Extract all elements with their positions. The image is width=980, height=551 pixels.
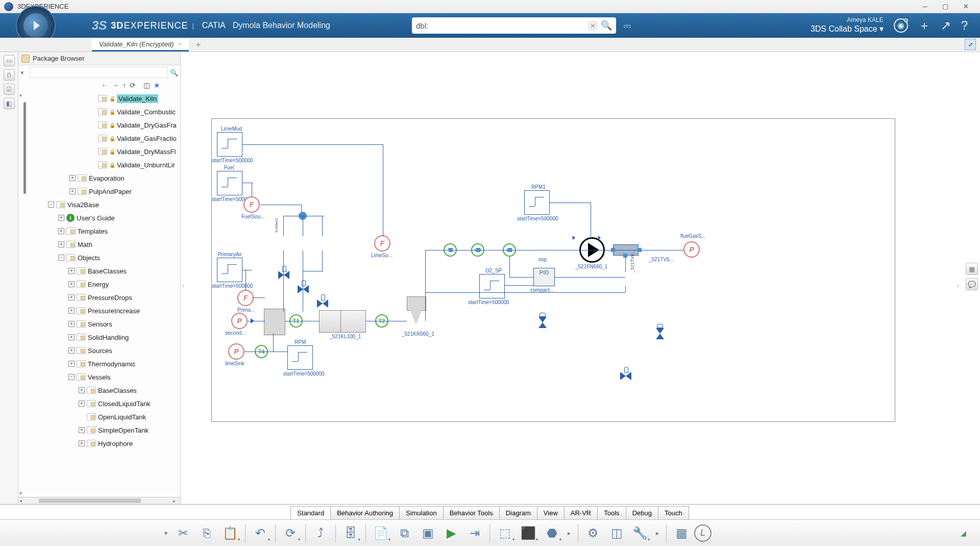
expander-icon[interactable]: + — [58, 228, 64, 234]
tree-item[interactable]: +SimpleOpenTank — [18, 423, 180, 437]
right-icon-2[interactable]: 💬 — [966, 278, 978, 290]
layer-button[interactable]: L — [694, 524, 712, 542]
nav-view-icon[interactable]: ◫ — [142, 81, 151, 89]
valve-esp[interactable] — [536, 317, 551, 328]
expander-icon[interactable]: + — [68, 268, 75, 274]
tool-b-button[interactable]: ◫ — [606, 522, 627, 544]
tree-scrollbar[interactable] — [23, 102, 26, 194]
expander-icon[interactable]: + — [58, 215, 64, 221]
add-icon[interactable]: ＋ — [918, 17, 930, 34]
tree-item[interactable]: +Hydrophore — [18, 437, 180, 450]
copy-button[interactable]: ⎘ — [196, 522, 217, 544]
tree-item[interactable]: +PressureIncrease — [18, 304, 180, 317]
step-rpm[interactable] — [287, 345, 313, 370]
database-button[interactable]: 🗄▾ — [340, 522, 361, 544]
tree-item[interactable]: +PressureDrops — [18, 291, 180, 304]
kiln-block2[interactable] — [340, 310, 366, 333]
step-o2sp[interactable] — [479, 274, 505, 298]
canvas[interactable]: ‹ › ▦ 💬 LimeMud startTime=500000 Fuel st… — [181, 52, 980, 504]
nav-back-icon[interactable]: ← — [100, 81, 109, 89]
source-primair[interactable]: F — [237, 290, 254, 306]
sink-fluegas[interactable]: P — [683, 241, 700, 258]
expander-icon[interactable]: + — [68, 347, 75, 354]
tree-item[interactable]: 🔒Validate_Kiln — [18, 92, 180, 105]
search-input[interactable] — [416, 21, 588, 30]
sidebar-collapse-icon[interactable]: ‹ — [173, 47, 180, 54]
toolbar-expand[interactable]: ◢ — [952, 522, 974, 544]
expander-icon[interactable]: + — [79, 427, 85, 433]
play-arrow[interactable]: ▸ — [565, 522, 574, 544]
component-button[interactable]: ⬛▾ — [518, 522, 539, 544]
search-box[interactable]: ⨯ 🔍 — [412, 17, 616, 34]
canvas-panel-right[interactable]: › — [954, 278, 962, 293]
simulate-button[interactable]: ⬣▾ — [541, 522, 562, 544]
tree-scroll-up[interactable]: ▴ — [19, 92, 26, 97]
assembly-button[interactable]: ⬚▾ — [494, 522, 516, 544]
tree-item[interactable]: +Math — [18, 238, 180, 251]
tree-item[interactable]: +Evaporation — [18, 171, 180, 185]
bottom-tab[interactable]: Debug — [626, 506, 658, 519]
bottom-tab[interactable]: Behavior Authoring — [330, 506, 400, 519]
step-limemud[interactable] — [217, 132, 242, 157]
duplicate-button[interactable]: ⧉ — [394, 522, 415, 544]
search-icon[interactable]: 🔍 — [601, 20, 612, 31]
cyclone-block[interactable] — [407, 296, 425, 326]
valve-tv6[interactable] — [654, 328, 668, 339]
tab-add-button[interactable]: + — [196, 40, 201, 52]
gutter-icon-4[interactable]: ◧ — [4, 98, 15, 109]
expander-icon[interactable]: + — [69, 188, 76, 194]
run-button[interactable]: ▶ — [440, 522, 462, 544]
expander-icon[interactable]: − — [48, 202, 54, 208]
sidebar-search-icon[interactable]: 🔍 — [170, 69, 178, 77]
sidebar-search-input[interactable] — [30, 67, 168, 78]
profile-icon[interactable] — [894, 18, 908, 33]
expander-icon[interactable]: + — [68, 308, 75, 314]
tree-item[interactable]: +PulpAndPaper — [18, 185, 180, 198]
play-arrow-2[interactable]: ▸ — [653, 522, 662, 544]
package-tree[interactable]: ▴ ▾ 🔒Validate_Kiln🔒Validate_Combustic🔒Va… — [18, 91, 180, 497]
expander-icon[interactable]: + — [68, 321, 75, 327]
pid-block[interactable]: PID — [533, 268, 555, 286]
step-primair[interactable] — [217, 258, 242, 282]
refresh-button[interactable]: ⟳▾ — [280, 522, 301, 544]
tree-item[interactable]: +Sensors — [18, 317, 180, 331]
tree-item[interactable]: +BaseClasses — [18, 264, 180, 278]
paste-button[interactable]: 📋▾ — [219, 522, 241, 544]
tree-item[interactable]: −Vessels — [18, 370, 180, 384]
bottom-tab[interactable]: Touch — [658, 506, 689, 519]
canvas-panel-left[interactable]: ‹ — [180, 278, 187, 293]
expander-icon[interactable]: + — [79, 440, 85, 446]
bottom-tab[interactable]: Tools — [597, 506, 626, 519]
code-button[interactable]: ▣ — [417, 522, 438, 544]
collapse-ribbon-button[interactable]: ⤢ — [965, 39, 976, 50]
export-button[interactable]: ⤴ — [310, 522, 331, 544]
expander-icon[interactable]: + — [69, 175, 76, 181]
bottom-tab[interactable]: Diagram — [499, 506, 537, 519]
maximize-button[interactable]: ▢ — [935, 0, 955, 13]
valve-tv6b[interactable] — [620, 367, 631, 381]
bottom-tab[interactable]: Standard — [290, 506, 331, 519]
expander-icon[interactable]: + — [58, 241, 64, 247]
bottom-tab[interactable]: Behavior Tools — [443, 506, 500, 519]
tree-item[interactable]: 🔒Validate_Combustic — [18, 105, 180, 118]
tool-c-button[interactable]: 🔧▾ — [629, 522, 651, 544]
tree-item[interactable]: +BaseClasses — [18, 384, 180, 397]
expander-icon[interactable]: + — [79, 400, 85, 407]
gutter-icon-2[interactable]: ⎙ — [4, 69, 15, 81]
document-button[interactable]: 📄▾ — [370, 522, 391, 544]
valve-bv2[interactable] — [278, 266, 289, 280]
share-icon[interactable]: ↗ — [941, 18, 951, 33]
expander-icon[interactable]: + — [68, 361, 75, 367]
tree-item[interactable]: +Templates — [18, 224, 180, 238]
tree-item[interactable]: +Thermodynamic — [18, 357, 180, 370]
sidebar-menu-icon[interactable]: ▾ — [20, 69, 28, 77]
import-button[interactable]: ⇥ — [464, 522, 485, 544]
tree-item[interactable]: +Sources — [18, 344, 180, 357]
gutter-icon-3[interactable]: ☑ — [4, 84, 15, 95]
valve-bv3[interactable] — [298, 280, 309, 294]
tree-item[interactable]: −Visa2Base — [18, 198, 180, 211]
tree-scroll-right[interactable]: ▸ — [173, 498, 179, 504]
search-clear-icon[interactable]: ⨯ — [588, 21, 598, 31]
tree-item[interactable]: OpenLiquidTank — [18, 410, 180, 423]
user-block[interactable]: Ameya KALE 3DS Collab Space▾ — [811, 16, 884, 35]
